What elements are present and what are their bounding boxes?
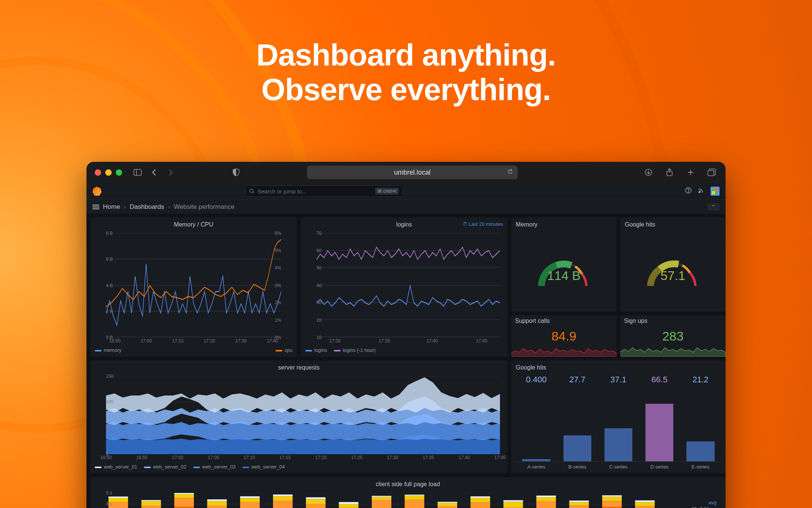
breadcrumb-dashboards[interactable]: Dashboards xyxy=(130,203,164,211)
search-icon xyxy=(249,189,255,194)
minimize-icon[interactable] xyxy=(105,169,112,176)
url-bar[interactable]: umbrel.local xyxy=(307,166,518,179)
line-chart: 8 B 6 B 4 B 2 B 0 B 6% 5% 4% 3% 2% 1% 0%… xyxy=(106,233,281,338)
svg-rect-84 xyxy=(438,502,457,503)
bar-chart: 0.400A-series27.7B-series37.1C-series66.… xyxy=(516,373,721,470)
maximize-icon[interactable] xyxy=(116,169,122,176)
svg-rect-50 xyxy=(174,498,194,507)
svg-rect-52 xyxy=(174,493,194,494)
svg-rect-98 xyxy=(569,506,589,508)
download-icon[interactable] xyxy=(643,168,654,176)
svg-rect-0 xyxy=(134,169,141,175)
hero-line1: Dashboard anything. xyxy=(0,38,812,72)
panel-title: client side full page load xyxy=(95,481,721,488)
share-icon[interactable] xyxy=(664,168,675,176)
svg-rect-96 xyxy=(536,496,556,497)
panel-server-requests[interactable]: server requests 150 100 50 0 16:5016:551… xyxy=(90,360,508,473)
svg-rect-15 xyxy=(715,188,718,191)
svg-rect-72 xyxy=(339,502,358,504)
url-text: umbrel.local xyxy=(394,169,430,176)
svg-rect-59 xyxy=(240,498,260,502)
svg-rect-94 xyxy=(536,501,556,508)
legend: web_server_01 web_server_02 web_server_0… xyxy=(95,462,503,470)
shield-icon[interactable] xyxy=(230,169,242,176)
stat-value: 283 xyxy=(624,327,722,344)
grafana-logo-icon[interactable] xyxy=(92,187,102,196)
svg-rect-74 xyxy=(372,500,391,508)
window-controls xyxy=(95,169,122,176)
svg-rect-47 xyxy=(141,501,161,506)
legend: avg upper_256.81 msupper_50142 msupper_7… xyxy=(667,500,717,508)
area-chart: 150 100 50 0 16:5016:5517:0017:0517:1017… xyxy=(106,376,500,454)
svg-rect-102 xyxy=(602,501,622,507)
svg-rect-54 xyxy=(207,506,227,508)
svg-point-12 xyxy=(688,192,688,192)
svg-rect-103 xyxy=(602,497,622,501)
dashboard-grid: Memory / CPU 8 B 6 B 4 B 2 B 0 B 6% xyxy=(86,214,726,508)
panel-signups[interactable]: Sign ups 283 xyxy=(620,315,726,357)
chevron-up-icon[interactable]: ⌃ xyxy=(707,203,720,211)
svg-rect-95 xyxy=(536,497,556,501)
time-range-link[interactable]: ⏱ Last 20 minutes xyxy=(462,221,503,227)
svg-rect-46 xyxy=(141,506,161,508)
svg-rect-66 xyxy=(306,504,326,508)
rss-icon[interactable] xyxy=(698,187,704,196)
help-icon[interactable] xyxy=(685,187,692,196)
panel-support-calls[interactable]: Support calls 84.9 xyxy=(511,315,617,357)
svg-point-9 xyxy=(250,189,253,193)
new-tab-icon[interactable] xyxy=(685,168,696,176)
svg-rect-80 xyxy=(404,494,424,495)
svg-rect-8 xyxy=(708,170,714,176)
panel-title: Sign ups xyxy=(624,318,722,324)
svg-rect-68 xyxy=(306,497,326,499)
panel-logins[interactable]: logins ⏱ Last 20 minutes 70 60 50 40 xyxy=(301,217,508,357)
reload-icon[interactable] xyxy=(507,169,513,176)
svg-rect-56 xyxy=(207,499,227,501)
panel-title: logins ⏱ Last 20 minutes xyxy=(305,221,503,228)
tabs-icon[interactable] xyxy=(706,168,717,176)
close-icon[interactable] xyxy=(95,169,101,176)
svg-point-13 xyxy=(699,192,700,193)
gauge-value: 114 B xyxy=(534,268,594,283)
menu-icon[interactable] xyxy=(92,205,99,209)
svg-rect-92 xyxy=(503,500,523,502)
breadcrumb-home[interactable]: Home xyxy=(103,203,120,211)
back-icon[interactable] xyxy=(148,169,160,176)
line-chart: 70 60 50 40 30 20 10 17:30 17:35 17:40 1… xyxy=(317,233,500,338)
browser-titlebar: umbrel.local xyxy=(86,162,726,183)
search-placeholder: Search or jump to... xyxy=(258,188,307,195)
panel-title: Memory / CPU xyxy=(95,221,292,228)
svg-marker-36 xyxy=(106,377,500,413)
hero-headline: Dashboard anything. Observe everything. xyxy=(0,38,812,107)
svg-rect-51 xyxy=(174,494,194,498)
bar-col: 37.1C-series xyxy=(598,373,639,470)
avatar[interactable] xyxy=(710,187,720,196)
svg-rect-104 xyxy=(602,495,622,497)
panel-memory-gauge[interactable]: Memory 114 B xyxy=(511,217,617,312)
search-input[interactable]: Search or jump to... ⌘ cmd+k xyxy=(245,186,403,197)
svg-rect-71 xyxy=(339,504,358,508)
panel-title: Google hits xyxy=(625,221,721,228)
svg-rect-78 xyxy=(404,500,424,508)
svg-rect-79 xyxy=(404,496,424,500)
svg-rect-87 xyxy=(471,498,490,502)
panel-google-bars[interactable]: Google hits 0.400A-series27.7B-series37.… xyxy=(511,360,726,473)
panel-memory-cpu[interactable]: Memory / CPU 8 B 6 B 4 B 2 B 0 B 6% xyxy=(90,217,297,357)
stacked-bar-chart: 5 s 4 s 3 s 2 s xyxy=(106,493,657,508)
svg-rect-106 xyxy=(635,506,654,508)
legend: memory cpu xyxy=(95,345,292,353)
shortcut-badge: ⌘ cmd+k xyxy=(375,188,399,195)
panel-google-gauge[interactable]: Google hits 57.1 xyxy=(620,217,726,312)
svg-rect-64 xyxy=(273,494,292,496)
panel-title: Support calls xyxy=(515,318,613,324)
forward-icon[interactable] xyxy=(165,169,176,176)
svg-rect-60 xyxy=(240,496,260,498)
sidebar-toggle-icon[interactable] xyxy=(132,169,143,176)
bar-col: 66.5D-series xyxy=(639,373,680,470)
svg-rect-62 xyxy=(273,500,292,508)
panel-client-load[interactable]: client side full page load 5 s 4 s 3 s 2… xyxy=(90,477,726,508)
bar-col: 27.7B-series xyxy=(557,373,598,470)
svg-rect-48 xyxy=(141,500,161,501)
svg-rect-107 xyxy=(635,502,654,506)
bar-col: 0.400A-series xyxy=(516,373,557,470)
